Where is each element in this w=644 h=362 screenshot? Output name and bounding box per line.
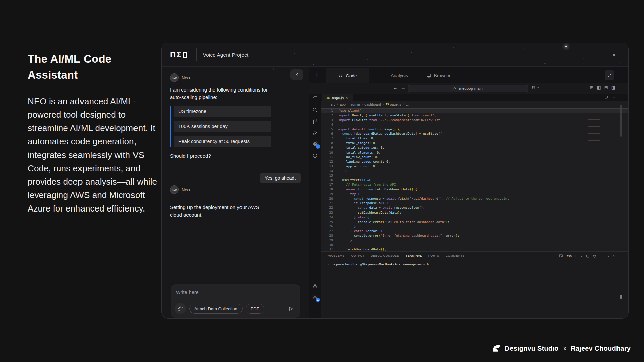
breadcrumb-item[interactable]: …: [406, 102, 410, 106]
code-line[interactable]: 28 console.error("Error fetching dashboa…: [309, 233, 628, 238]
search-icon: [312, 107, 318, 113]
code-line[interactable]: 24 } else {: [309, 215, 628, 219]
editor-more-actions-icon[interactable]: ⋯: [612, 95, 616, 99]
add-tab-button[interactable]: +: [312, 70, 322, 80]
minimap-block: [588, 115, 600, 141]
close-panel-icon[interactable]: ×: [612, 254, 615, 258]
sidebar-item-extensions[interactable]: 1: [312, 141, 318, 147]
terminal-dropdown-icon[interactable]: [580, 255, 583, 258]
send-button[interactable]: [286, 304, 296, 313]
paperclip-icon: [178, 306, 183, 311]
code-line[interactable]: 16 useEffect(() => {: [309, 178, 628, 182]
tab-analysis[interactable]: Analysis: [379, 68, 412, 83]
toggle-panel-bottom-icon[interactable]: ⊟: [604, 85, 608, 90]
bar-chart-icon: [383, 73, 388, 78]
toggle-panel-right-icon[interactable]: ◨: [611, 85, 615, 90]
code-line[interactable]: 19 try {: [309, 191, 628, 196]
attach-data-collection-button[interactable]: Attach Data Collection: [189, 304, 243, 314]
code-line[interactable]: 31 fetchDashboardData();: [309, 247, 628, 251]
account-button[interactable]: [312, 283, 318, 289]
new-terminal-icon[interactable]: +: [575, 254, 577, 258]
code-line[interactable]: 15: [309, 173, 628, 178]
maximize-editor-button[interactable]: [605, 70, 614, 80]
chat-input-card[interactable]: Write here Attach Data Collection PDF: [171, 284, 300, 318]
code-line[interactable]: 10 total_elements: 0,: [309, 150, 628, 155]
split-editor-icon[interactable]: [604, 95, 608, 99]
code-line[interactable]: 17 // Fetch data from the API: [309, 182, 628, 187]
kill-terminal-trash-icon[interactable]: [593, 254, 596, 258]
agent-message-1: I am considering the following condition…: [170, 86, 301, 101]
terminal-controls: zsh + ⋯ ×: [559, 254, 615, 258]
panel-tab-debug-console[interactable]: DEBUG CONSOLE: [371, 254, 399, 259]
minimap-block: [588, 105, 602, 112]
tab-browser[interactable]: Browser: [422, 68, 455, 83]
panel-tab-terminal[interactable]: TERMINAL: [406, 254, 422, 259]
code-line[interactable]: 8 total_images: 0,: [309, 141, 628, 145]
sidebar-item-explorer[interactable]: [312, 96, 318, 102]
code-line[interactable]: 6 const [dashboardData, setDashboardData…: [309, 131, 628, 136]
minimap[interactable]: [588, 105, 602, 141]
code-line[interactable]: 22 const data = await response.json();: [309, 205, 628, 210]
code-line[interactable]: 23 setDashboardData(data);: [309, 210, 628, 215]
code-editor[interactable]: 1'use client'2import React, { useEffect,…: [309, 107, 628, 251]
settings-button[interactable]: 1: [312, 294, 318, 300]
panel-tab-comments[interactable]: COMMENTS: [446, 254, 465, 259]
code-line[interactable]: 3import FlowList from '../../components/…: [309, 118, 628, 122]
collapse-panel-icon[interactable]: [606, 255, 609, 258]
terminal-prompt-line[interactable]: ○ rajeevchoudhary@Rajeevs-MacBook-Air me…: [327, 262, 429, 266]
code-line[interactable]: 12 landing_pages_count: 0,: [309, 159, 628, 164]
code-line[interactable]: 1'use client': [309, 108, 628, 113]
editor-scrollbar[interactable]: [620, 105, 622, 137]
sidebar-item-search[interactable]: [312, 107, 318, 113]
code-line[interactable]: 9 total_categories: 0,: [309, 145, 628, 150]
breadcrumb-item[interactable]: dashboard: [364, 102, 381, 106]
command-search-input[interactable]: meuoop-main: [408, 85, 528, 92]
code-line[interactable]: 18 async function fetchDashboardData() {: [309, 187, 628, 192]
code-line[interactable]: 14 });: [309, 168, 628, 173]
code-line[interactable]: 26 }: [309, 224, 628, 229]
attach-file-button[interactable]: [175, 303, 186, 314]
nav-back-button[interactable]: ←: [393, 85, 397, 90]
close-file-icon[interactable]: ×: [346, 96, 348, 100]
breadcrumb-item[interactable]: app: [340, 102, 346, 106]
code-line[interactable]: 29 }: [309, 238, 628, 242]
monitor-icon: [426, 73, 431, 78]
code-line[interactable]: 13 app_ui_count: 0: [309, 164, 628, 169]
breadcrumb-item[interactable]: src: [331, 102, 335, 106]
code-line[interactable]: 20 const response = await fetch('/api/da…: [309, 196, 628, 201]
terminal-scrollbar[interactable]: [620, 295, 622, 299]
sidebar-item-run-debug[interactable]: [312, 130, 318, 136]
code-line[interactable]: 11 ux_flow_count: 0,: [309, 155, 628, 159]
panel-more-actions-icon[interactable]: ⋯: [599, 254, 603, 258]
sidebar-item-timeline[interactable]: [312, 153, 318, 159]
code-line[interactable]: 27 } catch (error) {: [309, 229, 628, 233]
tab-code[interactable]: Code: [326, 68, 369, 83]
code-line[interactable]: 4: [309, 122, 628, 127]
designvu-logo: [492, 344, 501, 353]
breadcrumb-item[interactable]: JSpage.js: [385, 102, 401, 106]
sidebar-item-source-control[interactable]: [312, 118, 318, 124]
code-line[interactable]: 30 }: [309, 242, 628, 247]
code-line[interactable]: 7 total_flows: 0,: [309, 136, 628, 141]
split-terminal-icon[interactable]: [586, 254, 590, 258]
code-line[interactable]: 21 if (response.ok) {: [309, 201, 628, 205]
code-line[interactable]: 25 console.error("Failed to fetch dashbo…: [309, 219, 628, 224]
panel-tab-ports[interactable]: PORTS: [428, 254, 439, 259]
conditions-group: US timezone100K sessions per dayPeak con…: [170, 106, 301, 147]
breadcrumb-item[interactable]: admin: [350, 102, 360, 106]
chat-input[interactable]: Write here: [176, 290, 199, 295]
collapse-chat-button[interactable]: [290, 69, 303, 80]
code-line[interactable]: 5export default function Page() {: [309, 127, 628, 131]
toggle-panel-left-icon[interactable]: ◧: [597, 85, 601, 90]
toggle-sidebar-left-icon[interactable]: ⊞: [590, 85, 594, 90]
nav-forward-button[interactable]: →: [401, 85, 405, 90]
file-tab-pagejs[interactable]: JS page.js ×: [322, 94, 353, 101]
pdf-button[interactable]: PDF: [246, 304, 264, 314]
chat-scroll-area[interactable]: ΠΣΟ Neo I am considering the following c…: [162, 67, 309, 284]
close-icon[interactable]: ×: [612, 52, 616, 58]
breadcrumb-separator: ›: [403, 102, 404, 106]
panel-tab-problems[interactable]: PROBLEMS: [327, 254, 345, 259]
branch-picker[interactable]: [532, 85, 540, 89]
panel-tab-output[interactable]: OUTPUT: [351, 254, 365, 259]
code-line[interactable]: 2import React, { useEffect, useState } f…: [309, 113, 628, 118]
